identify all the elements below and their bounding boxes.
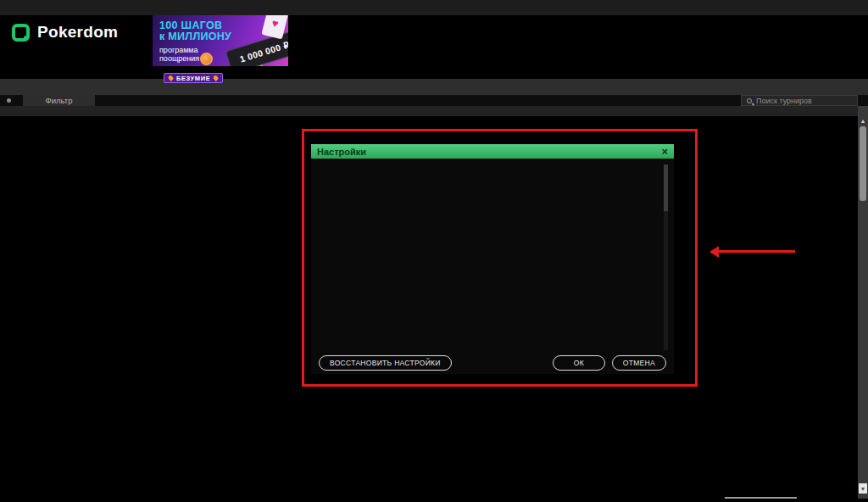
- flame-icon: [213, 75, 220, 81]
- app-logo: Pokerdom: [12, 23, 118, 42]
- restore-settings-button[interactable]: ВОССТАНОВИТЬ НАСТРОЙКИ: [319, 355, 452, 371]
- dialog-footer: ВОССТАНОВИТЬ НАСТРОЙКИ ОК ОТМЕНА: [311, 352, 674, 374]
- cancel-button[interactable]: ОТМЕНА: [612, 355, 666, 371]
- status-dot-icon[interactable]: [7, 98, 11, 103]
- filter-bar: Фильтр: [0, 95, 868, 106]
- scroll-down-icon[interactable]: ▼: [859, 483, 867, 494]
- top-menu-bar: [0, 0, 868, 15]
- lobby-tab-bar: [0, 79, 868, 95]
- poker-chip-icon: [200, 53, 213, 65]
- window-bottom-edge: [0, 499, 868, 502]
- brand-name: Pokerdom: [37, 23, 118, 42]
- search-icon: [747, 98, 752, 103]
- settings-content: [419, 163, 669, 352]
- scroll-up-icon[interactable]: ▲: [858, 118, 868, 124]
- ok-button[interactable]: ОК: [553, 355, 605, 371]
- dialog-title: Настройки: [317, 147, 366, 157]
- settings-sidebar: [315, 163, 414, 352]
- pokerdom-logo-icon: [12, 24, 30, 42]
- table-header: [0, 106, 858, 116]
- search-box[interactable]: [741, 95, 858, 106]
- close-icon[interactable]: ×: [661, 146, 668, 157]
- scrollbar-thumb[interactable]: [860, 126, 866, 201]
- dialog-title-bar[interactable]: Настройки ×: [311, 144, 674, 159]
- settings-dialog: Настройки × ВОССТАНОВИТЬ НАСТРОЙКИ ОК ОТ…: [311, 144, 674, 374]
- filter-button[interactable]: Фильтр: [23, 95, 95, 106]
- dialog-body: [311, 159, 674, 352]
- promo-banner[interactable]: 100 ШАГОВ к МИЛЛИОНУ программа поощрения…: [153, 15, 288, 66]
- flame-icon: [168, 75, 175, 81]
- pokerdom-lobby-window: Pokerdom 100 ШАГОВ к МИЛЛИОНУ программа …: [0, 0, 868, 502]
- dialog-scrollbar[interactable]: [664, 165, 668, 350]
- dialog-scrollbar-thumb[interactable]: [664, 165, 668, 211]
- search-input[interactable]: [756, 97, 845, 105]
- table-scrollbar[interactable]: ▲ ▼: [858, 106, 868, 499]
- crazy-badge-label: БЕЗУМИЕ: [176, 75, 210, 82]
- crazy-event-badge: БЕЗУМИЕ: [164, 73, 223, 83]
- annotation-arrow: [719, 250, 795, 253]
